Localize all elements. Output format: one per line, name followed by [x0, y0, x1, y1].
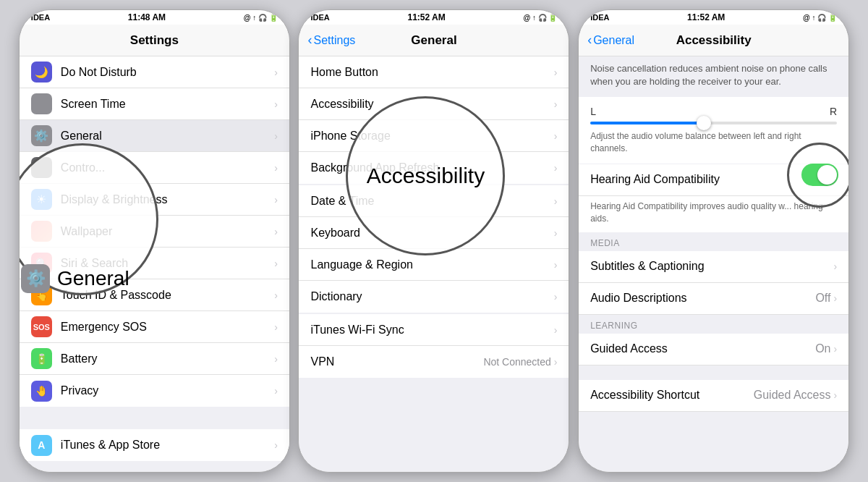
battery-chevron: ›	[274, 353, 278, 365]
phone2-status-bar: IDEA 11:52 AM @ ↑ 🎧 🔋	[299, 10, 569, 25]
phone1-nav-bar: Settings	[20, 25, 289, 56]
privacy-chevron: ›	[274, 385, 278, 397]
volume-slider-container[interactable]	[590, 122, 837, 124]
keyboard-label: Keyboard	[310, 227, 553, 240]
display-icon: ☀	[31, 189, 52, 210]
vpn-chevron: ›	[554, 356, 558, 368]
phone2-nav-title: General	[411, 33, 456, 48]
volume-section: L R Adjust the audio volume balance betw…	[579, 97, 848, 164]
battery-icon: 🔋	[31, 348, 52, 369]
settings-item-privacy[interactable]: 🤚 Privacy ›	[20, 375, 289, 407]
donotdisturb-label: Do Not Disturb	[61, 66, 274, 79]
media-items-group: Subtitles & Captioning › Audio Descripti…	[579, 251, 848, 315]
language-label: Language & Region	[310, 258, 553, 271]
phone2-items-group: Home Button › Accessibility › iPhone Sto…	[299, 56, 569, 184]
general-item-language[interactable]: Language & Region ›	[299, 249, 569, 281]
settings-item-emergencysos[interactable]: SOS Emergency SOS ›	[20, 311, 289, 343]
wallpaper-label: Wallpaper	[61, 225, 274, 238]
volume-slider-track[interactable]	[590, 122, 837, 124]
phone1-icons: @ ↑ 🎧 🔋	[244, 14, 278, 22]
settings-item-screentime[interactable]: Screen Time ›	[20, 88, 289, 120]
phone1: IDEA 11:48 AM @ ↑ 🎧 🔋 Settings ⚙️ Genera…	[19, 9, 290, 473]
phone2-back-label: Settings	[313, 34, 355, 47]
settings-item-touchid[interactable]: 👆 Touch ID & Passcode ›	[20, 279, 289, 311]
bgrefresh-label: Background App Refresh	[310, 161, 553, 174]
itunes-icon: A	[31, 435, 52, 456]
phone1-nav-title: Settings	[130, 33, 179, 48]
general-item-vpn[interactable]: VPN Not Connected ›	[299, 346, 569, 378]
settings-item-wallpaper[interactable]: Wallpaper ›	[20, 216, 289, 248]
screentime-label: Screen Time	[61, 98, 274, 111]
bottom-items-group: Accessibility Shortcut Guided Access ›	[579, 380, 848, 412]
datetime-chevron: ›	[554, 195, 558, 207]
dictionary-chevron: ›	[554, 291, 558, 303]
phone3-back-btn[interactable]: ‹ General	[587, 33, 634, 48]
screentime-chevron: ›	[274, 98, 278, 110]
settings-item-donotdisturb[interactable]: 🌙 Do Not Disturb ›	[20, 56, 289, 88]
hearing-aid-item[interactable]: Hearing Aid Compatibility	[579, 164, 848, 196]
hearing-aid-label: Hearing Aid Compatibility	[590, 173, 837, 186]
phone3-back-label: General	[593, 34, 634, 47]
general-item-itunesync[interactable]: iTunes Wi-Fi Sync ›	[299, 314, 569, 346]
homebutton-label: Home Button	[310, 66, 553, 79]
phone3-icons: @ ↑ 🎧 🔋	[803, 14, 837, 22]
general-item-dictionary[interactable]: Dictionary ›	[299, 281, 569, 313]
phone2-time: 11:52 AM	[407, 12, 445, 22]
media-subtitles-item[interactable]: Subtitles & Captioning ›	[579, 251, 848, 283]
privacy-icon: 🤚	[31, 381, 52, 402]
settings-item-itunes[interactable]: A iTunes & App Store ›	[20, 429, 289, 461]
siri-label: Siri & Search	[61, 257, 274, 270]
phone2-items-group3: iTunes Wi-Fi Sync › VPN Not Connected ›	[299, 314, 569, 378]
itunesync-label: iTunes Wi-Fi Sync	[310, 324, 553, 337]
phone2-back-btn[interactable]: ‹ Settings	[307, 33, 355, 48]
settings-item-siri[interactable]: 🔍 Siri & Search ›	[20, 248, 289, 279]
vpn-label: VPN	[310, 355, 483, 368]
phone2-scroll-content[interactable]: Accessibility Home Button › Accessibilit…	[299, 56, 569, 472]
general-item-keyboard[interactable]: Keyboard ›	[299, 217, 569, 249]
volume-slider-thumb[interactable]	[697, 116, 711, 130]
general-item-accessibility[interactable]: Accessibility ›	[299, 88, 569, 120]
guided-access-item[interactable]: Guided Access On ›	[579, 334, 848, 365]
screentime-icon	[31, 93, 52, 114]
acc-shortcut-item[interactable]: Accessibility Shortcut Guided Access ›	[579, 380, 848, 412]
iphonestg-label: iPhone Storage	[310, 130, 553, 143]
siri-icon: 🔍	[31, 253, 52, 274]
general-item-iphonestg[interactable]: iPhone Storage ›	[299, 120, 569, 152]
accessibility-label: Accessibility	[310, 98, 553, 111]
donotdisturb-icon: 🌙	[31, 62, 52, 83]
phone3-status-bar: IDEA 11:52 AM @ ↑ 🎧 🔋	[579, 10, 848, 25]
settings-item-general[interactable]: ⚙️ General ›	[20, 120, 289, 152]
hearing-note: Hearing Aid Compatibility improves audio…	[579, 196, 848, 232]
phone1-bottom-group: A iTunes & App Store ›	[20, 429, 289, 461]
dictionary-label: Dictionary	[310, 290, 553, 303]
phone1-carrier: IDEA	[31, 13, 50, 22]
volume-l-label: L	[590, 106, 596, 117]
phone1-scroll-content[interactable]: ⚙️ General 🌙 Do Not Disturb › Screen Tim…	[20, 56, 289, 472]
general-item-bgrefresh[interactable]: Background App Refresh ›	[299, 152, 569, 184]
itunesync-chevron: ›	[554, 324, 558, 336]
media-audiodesc-item[interactable]: Audio Descriptions Off ›	[579, 283, 848, 315]
emergencysos-chevron: ›	[274, 321, 278, 333]
general-item-datetime[interactable]: Date & Time ›	[299, 185, 569, 217]
settings-item-display[interactable]: ☀ Display & Brightness ›	[20, 184, 289, 216]
wallpaper-icon	[31, 221, 52, 242]
touchid-chevron: ›	[274, 289, 278, 301]
accessibility-chevron: ›	[554, 98, 558, 110]
phone2-icons: @ ↑ 🎧 🔋	[523, 14, 557, 22]
bgrefresh-chevron: ›	[554, 162, 558, 174]
hearing-wrapper: Hearing Aid Compatibility Hearing Aid Co…	[579, 164, 848, 232]
datetime-label: Date & Time	[310, 195, 553, 208]
controlcentre-chevron: ›	[274, 162, 278, 174]
volume-slider-fill	[590, 122, 701, 124]
audiodesc-chevron: ›	[833, 292, 837, 304]
settings-item-battery[interactable]: 🔋 Battery ›	[20, 343, 289, 375]
guided-access-chevron: ›	[833, 343, 837, 355]
display-chevron: ›	[274, 194, 278, 206]
phone2: IDEA 11:52 AM @ ↑ 🎧 🔋 ‹ Settings General…	[298, 9, 569, 473]
general-item-homebutton[interactable]: Home Button ›	[299, 56, 569, 88]
learning-items-group: Guided Access On ›	[579, 334, 848, 365]
phone2-items-group2: Date & Time › Keyboard › Language & Regi…	[299, 185, 569, 313]
settings-item-controlcentre[interactable]: Contro... ›	[20, 152, 289, 184]
phone3-time: 11:52 AM	[687, 12, 725, 22]
volume-r-label: R	[830, 106, 837, 117]
